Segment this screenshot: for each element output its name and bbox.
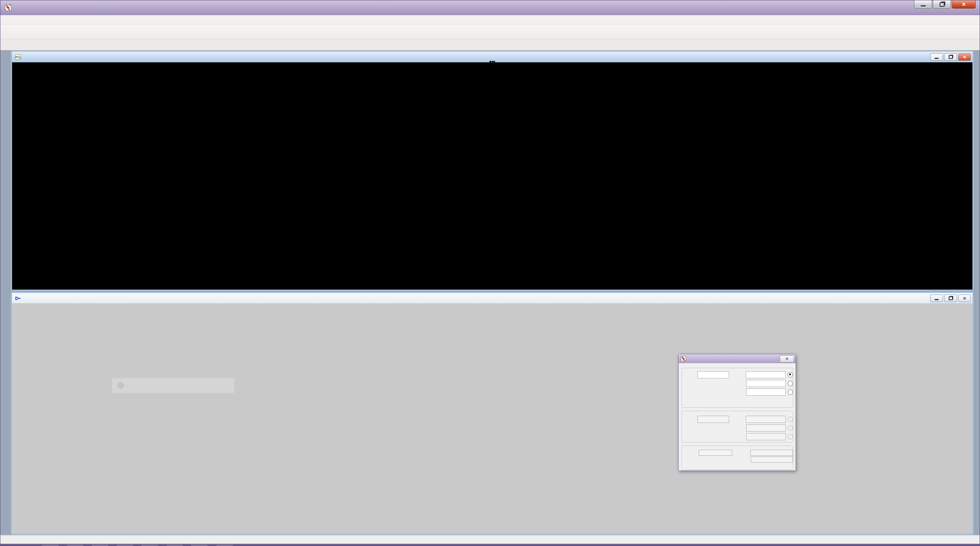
cursor-dialog-titlebar[interactable]: ✕: [679, 354, 795, 363]
cursor-dialog: ✕: [678, 354, 796, 471]
cursor1-phase-radio[interactable]: [788, 381, 793, 386]
cursor2-group: [682, 411, 793, 442]
restore-icon: [949, 55, 953, 59]
ratio-phase-value: [751, 457, 793, 463]
plot-window: ✕: [11, 51, 974, 291]
cursor2-phase-radio: [788, 425, 793, 431]
ratio-group: [682, 445, 793, 470]
cursor2-group-delay-value: [746, 433, 786, 440]
ltspice-dialog-icon: [681, 356, 686, 361]
cursor1-group-delay-value[interactable]: [746, 388, 786, 396]
trace-legend[interactable]: [489, 61, 496, 62]
cursor1-mag-radio[interactable]: [788, 372, 793, 378]
cursor2-phase-value: [746, 425, 786, 432]
minimize-icon: [935, 58, 939, 59]
schematic-close-button[interactable]: ✕: [958, 295, 971, 302]
ratio-freq-value: [698, 450, 732, 456]
close-icon: ✕: [963, 296, 966, 301]
cursor2-group-delay-radio: [788, 434, 793, 439]
close-icon: ✕: [962, 2, 966, 7]
cursor1-group-delay-radio[interactable]: [788, 389, 793, 395]
toolbar: [0, 24, 980, 40]
ltspice-application: ✕ ✕: [0, 0, 980, 546]
snip-icon: [117, 382, 124, 389]
cursor2-mag-radio: [788, 417, 793, 422]
restore-button[interactable]: [933, 0, 951, 9]
cursor1-freq-value[interactable]: [697, 371, 729, 378]
windows-taskbar-strip[interactable]: [0, 544, 980, 546]
ratio-mag-value: [750, 450, 793, 456]
schematic-window-titlebar[interactable]: ✕: [12, 293, 972, 303]
plot-client-area: [12, 62, 972, 290]
minimize-button[interactable]: [914, 0, 932, 9]
mdi-area: ✕ ✕: [0, 51, 980, 535]
schematic-window-icon: [15, 296, 21, 301]
cursor2-mag-value: [746, 416, 786, 423]
tab-bar: [0, 40, 980, 51]
cursor1-group: [682, 368, 793, 408]
menu-bar: [0, 15, 980, 24]
waveform-window-icon: [15, 54, 21, 60]
restore-icon: [949, 296, 953, 300]
plot-restore-button[interactable]: [944, 53, 957, 61]
cursor1-phase-value[interactable]: [746, 380, 786, 387]
minimize-icon: [935, 299, 939, 300]
waveform-plot[interactable]: [12, 62, 972, 290]
cursor2-freq-value: [697, 416, 729, 423]
minimize-icon: [921, 5, 926, 6]
plot-close-button[interactable]: ✕: [958, 53, 971, 61]
schematic-canvas[interactable]: [12, 303, 972, 533]
schematic-client-area: [12, 303, 972, 533]
close-icon: ✕: [963, 55, 966, 60]
cursor-dialog-close-button[interactable]: ✕: [780, 355, 794, 362]
restore-icon: [940, 2, 945, 7]
status-bar: [0, 535, 980, 544]
schematic-restore-button[interactable]: [944, 295, 957, 302]
window-snip-ghost: [112, 378, 234, 393]
schematic-minimize-button[interactable]: [930, 295, 943, 302]
ltspice-app-icon: [5, 5, 11, 11]
schematic-window: ✕: [11, 292, 974, 535]
plot-minimize-button[interactable]: [930, 53, 943, 61]
close-button[interactable]: ✕: [952, 0, 976, 9]
cursor1-mag-value[interactable]: [746, 371, 786, 378]
window-titlebar[interactable]: ✕: [0, 0, 980, 15]
